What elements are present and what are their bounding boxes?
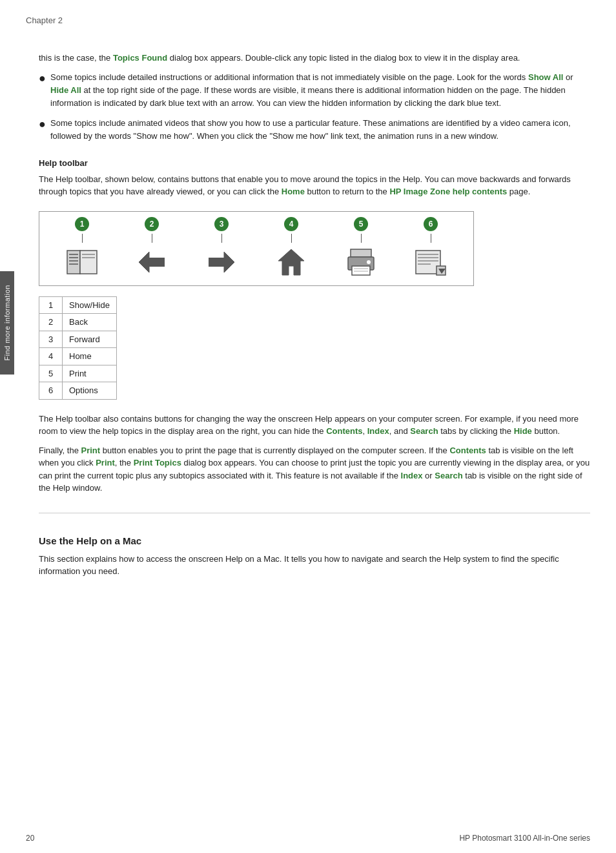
bullet-text-1: Some topics include detailed instruction…: [50, 71, 590, 110]
ref-label-1: Show/Hide: [63, 296, 117, 314]
ref-label-4: Home: [63, 348, 117, 365]
badge-1: 1: [75, 217, 89, 231]
print-icon: [326, 244, 396, 280]
footer-product: HP Photosmart 3100 All-in-One series: [459, 834, 590, 843]
badge-cell-5: 5: [326, 217, 396, 243]
help-toolbar-p1: The Help toolbar, shown below, contains …: [39, 173, 590, 198]
use-help-mac-p: This section explains how to access the …: [39, 553, 590, 578]
bullet-list: ● Some topics include detailed instructi…: [39, 71, 590, 143]
index-link[interactable]: Index: [367, 426, 389, 436]
svg-point-16: [367, 260, 371, 264]
connector-3: 3: [214, 217, 229, 243]
mac-section-divider: Use the Help on a Mac This section expla…: [39, 513, 590, 578]
badge-6: 6: [424, 217, 438, 231]
table-row: 5 Print: [39, 365, 117, 382]
connector-4: 4: [284, 217, 298, 243]
show-all-link[interactable]: Show All: [528, 72, 563, 82]
bullet-item-1: ● Some topics include detailed instructi…: [39, 71, 590, 110]
help-toolbar-p2: The Help toolbar also contains buttons f…: [39, 413, 590, 438]
table-row: 1 Show/Hide: [39, 296, 117, 314]
bullet-icon-1: ●: [39, 72, 50, 84]
svg-marker-8: [139, 252, 149, 272]
table-row: 3 Forward: [39, 331, 117, 348]
side-tab-label: Find more information: [3, 285, 11, 361]
table-row: 2 Back: [39, 314, 117, 331]
print-link-2[interactable]: Print: [96, 458, 115, 468]
intro-paragraph: this is the case, the Topics Found dialo…: [39, 52, 590, 65]
toolbar-diagram: 1 2 3: [39, 211, 474, 286]
badge-row: 1 2 3: [47, 217, 466, 243]
forward-icon: [187, 244, 256, 280]
hide-link[interactable]: Hide: [514, 426, 532, 436]
use-help-mac-heading: Use the Help on a Mac: [39, 535, 590, 546]
badge-5: 5: [354, 217, 368, 231]
badge-4: 4: [284, 217, 298, 231]
home-icon: [256, 244, 326, 280]
print-link[interactable]: Print: [81, 446, 101, 455]
bullet-icon-2: ●: [39, 118, 50, 130]
contents-link-2[interactable]: Contents: [449, 446, 486, 455]
page-container: Find more information Chapter 2 this is …: [0, 0, 616, 853]
badge-3: 3: [214, 217, 229, 231]
footer-bar: 20 HP Photosmart 3100 All-in-One series: [26, 834, 590, 843]
ref-label-3: Forward: [63, 331, 117, 348]
ref-num-3: 3: [39, 331, 63, 348]
topics-found-link[interactable]: Topics Found: [113, 53, 167, 63]
connector-5: 5: [354, 217, 368, 243]
badge-2: 2: [145, 217, 159, 231]
badge-cell-2: 2: [117, 217, 187, 243]
hide-all-link[interactable]: Hide All: [50, 85, 81, 95]
search-link-2[interactable]: Search: [435, 471, 462, 480]
svg-rect-9: [149, 258, 165, 267]
index-link-2[interactable]: Index: [401, 471, 423, 480]
svg-marker-10: [224, 252, 234, 272]
svg-rect-11: [209, 258, 224, 267]
table-row: 6 Options: [39, 382, 117, 400]
svg-rect-15: [352, 266, 370, 275]
table-row: 4 Home: [39, 348, 117, 365]
help-toolbar-p3: Finally, the Print button enables you to…: [39, 444, 590, 495]
show-hide-icon: [47, 244, 117, 280]
ref-label-2: Back: [63, 314, 117, 331]
ref-num-2: 2: [39, 314, 63, 331]
badge-cell-4: 4: [256, 217, 326, 243]
chapter-label: Chapter 2: [26, 15, 63, 25]
side-tab: Find more information: [0, 271, 14, 375]
contents-link[interactable]: Contents: [326, 426, 362, 436]
connector-1: 1: [75, 217, 89, 243]
back-icon: [117, 244, 187, 280]
ref-label-6: Options: [63, 382, 117, 400]
footer-page: 20: [26, 834, 34, 843]
svg-marker-12: [278, 249, 304, 275]
toolbar-wrapper: 1 2 3: [39, 211, 590, 286]
svg-rect-1: [80, 251, 97, 274]
ref-label-5: Print: [63, 365, 117, 382]
ref-table: 1 Show/Hide 2 Back 3 Forward 4 Home 5: [39, 296, 117, 400]
help-toolbar-heading: Help toolbar: [39, 158, 590, 168]
ref-num-6: 6: [39, 382, 63, 400]
connector-6: 6: [424, 217, 438, 243]
svg-rect-13: [351, 249, 371, 257]
options-icon: [396, 244, 466, 280]
connector-2: 2: [145, 217, 159, 243]
print-topics-link[interactable]: Print Topics: [134, 458, 181, 468]
main-content: this is the case, the Topics Found dialo…: [39, 52, 590, 578]
intro-block: this is the case, the Topics Found dialo…: [39, 52, 590, 65]
badge-cell-6: 6: [396, 217, 466, 243]
home-link[interactable]: Home: [282, 187, 305, 196]
ref-num-1: 1: [39, 296, 63, 314]
badge-cell-3: 3: [187, 217, 256, 243]
bullet-item-2: ● Some topics include animated videos th…: [39, 117, 590, 143]
badge-cell-1: 1: [47, 217, 117, 243]
icons-row: [47, 244, 466, 280]
bullet-text-2: Some topics include animated videos that…: [50, 117, 590, 143]
hp-image-zone-link[interactable]: HP Image Zone help contents: [389, 187, 507, 196]
ref-num-5: 5: [39, 365, 63, 382]
search-link[interactable]: Search: [410, 426, 438, 436]
ref-num-4: 4: [39, 348, 63, 365]
